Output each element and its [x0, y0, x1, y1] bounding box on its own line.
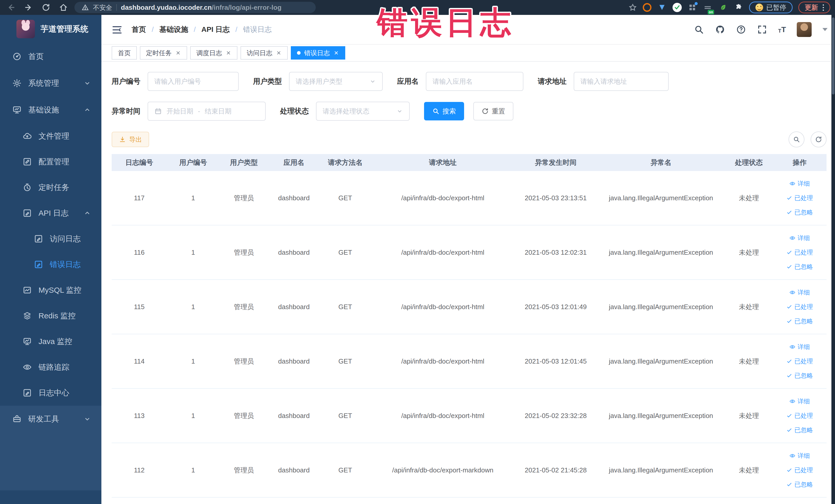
sidebar-item-mysql-monitor[interactable]: MySQL 监控 — [0, 277, 101, 303]
search-icon[interactable] — [694, 24, 704, 35]
user-id-label: 用户编号 — [111, 77, 140, 86]
detail-link[interactable]: 详细 — [789, 451, 810, 460]
detail-link[interactable]: 详细 — [789, 343, 810, 351]
mark-ignored-link[interactable]: 已忽略 — [786, 426, 813, 434]
sidebar-item-cron-jobs[interactable]: 定时任务 — [0, 175, 101, 200]
process-status-select[interactable]: 请选择处理状态 — [316, 102, 410, 121]
detail-link[interactable]: 详细 — [789, 397, 810, 405]
close-icon[interactable] — [333, 50, 339, 56]
help-icon[interactable] — [736, 24, 746, 35]
breadcrumb-api-log[interactable]: API 日志 — [202, 25, 230, 35]
request-url-input[interactable] — [581, 73, 662, 90]
extensions-puzzle-icon[interactable] — [734, 3, 744, 12]
sidebar-item-tracing[interactable]: 链路追踪 — [0, 354, 101, 380]
update-button[interactable]: 更新 — [798, 2, 830, 13]
detail-link[interactable]: 详细 — [789, 234, 810, 242]
sidebar: 芋道管理系统 首页 系统管理 基础设施 文件管理 — [0, 15, 101, 504]
not-secure-label[interactable]: 不安全 — [93, 3, 112, 12]
detail-link[interactable]: 详细 — [789, 180, 810, 188]
avatar-caret-icon[interactable] — [822, 28, 828, 31]
scrollbar-thumb[interactable] — [832, 18, 834, 95]
fullscreen-icon[interactable] — [757, 24, 767, 35]
breadcrumb-home[interactable]: 首页 — [132, 25, 146, 35]
font-size-icon[interactable]: TT — [778, 26, 786, 33]
mark-ignored-link[interactable]: 已忽略 — [786, 371, 813, 380]
browser-menu-icon[interactable] — [823, 4, 824, 11]
bookmark-star-icon[interactable] — [628, 3, 637, 12]
sidebar-item-system[interactable]: 系统管理 — [0, 70, 101, 97]
breadcrumb-current: 错误日志 — [243, 25, 272, 35]
tab-access-log[interactable]: 访问日志 — [241, 46, 288, 60]
browser-forward-icon[interactable] — [24, 3, 33, 12]
browser-home-icon[interactable] — [59, 3, 68, 12]
collapse-menu-icon[interactable] — [111, 25, 122, 34]
close-icon[interactable] — [175, 50, 181, 56]
sidebar-item-error-log[interactable]: 错误日志 — [0, 251, 101, 277]
error-time-range-picker[interactable]: 开始日期 - 结束日期 — [148, 102, 266, 121]
extension-on-badge-icon[interactable]: on — [703, 3, 713, 12]
sidebar-item-java-monitor[interactable]: Java 监控 — [0, 329, 101, 354]
mark-ignored-link[interactable]: 已忽略 — [786, 263, 813, 271]
sidebar-item-file-mgmt[interactable]: 文件管理 — [0, 123, 101, 149]
chart-icon — [23, 285, 32, 295]
mark-processed-link[interactable]: 已处理 — [786, 411, 813, 420]
close-icon[interactable] — [226, 50, 231, 56]
eye-icon — [789, 344, 795, 350]
sidebar-item-dev-tools[interactable]: 研发工具 — [0, 406, 101, 432]
mark-processed-link[interactable]: 已处理 — [786, 466, 813, 474]
app-name-label: 应用名 — [397, 77, 419, 86]
mark-processed-link[interactable]: 已处理 — [786, 303, 813, 311]
profile-paused-pill[interactable]: 已暂停 — [749, 2, 793, 13]
mark-processed-link[interactable]: 已处理 — [786, 248, 813, 257]
extension-grid-icon[interactable] — [687, 3, 697, 12]
sidebar-item-redis-monitor[interactable]: Redis 监控 — [0, 303, 101, 329]
github-icon[interactable] — [715, 24, 725, 35]
extension-orange-icon[interactable] — [643, 3, 651, 12]
extension-leaf-icon[interactable] — [718, 3, 728, 12]
table-row: 113 1 管理员 dashboard GET /api/infra/db-do… — [111, 389, 827, 443]
tab-home[interactable]: 首页 — [111, 46, 137, 60]
sidebar-item-infra[interactable]: 基础设施 — [0, 97, 101, 123]
tab-schedule-log[interactable]: 调度日志 — [190, 46, 238, 60]
extension-green-check-icon[interactable] — [673, 3, 682, 12]
sidebar-item-api-log[interactable]: API 日志 — [0, 200, 101, 226]
avatar[interactable] — [797, 22, 812, 37]
export-button[interactable]: 导出 — [111, 132, 149, 147]
sidebar-item-config-mgmt[interactable]: 配置管理 — [0, 149, 101, 175]
search-button[interactable]: 搜索 — [424, 102, 464, 120]
browser-back-icon[interactable] — [7, 3, 15, 12]
sidebar-item-home[interactable]: 首页 — [0, 43, 101, 70]
date-range-separator: - — [198, 107, 200, 115]
mark-processed-link[interactable]: 已处理 — [786, 194, 813, 202]
mark-ignored-link[interactable]: 已忽略 — [786, 208, 813, 217]
user-type-select[interactable]: 请选择用户类型 — [289, 72, 383, 91]
app-logo-row[interactable]: 芋道管理系统 — [0, 15, 101, 43]
detail-link[interactable]: 详细 — [789, 288, 810, 297]
browser-reload-icon[interactable] — [42, 3, 50, 12]
check-icon — [786, 304, 792, 310]
log-icon — [23, 208, 32, 218]
toggle-search-button[interactable] — [789, 132, 805, 147]
sidebar-item-log-center[interactable]: 日志中心 — [0, 380, 101, 406]
tab-error-log[interactable]: 错误日志 — [291, 46, 345, 60]
close-icon[interactable] — [276, 50, 282, 56]
tab-cron-jobs[interactable]: 定时任务 — [140, 46, 187, 60]
user-id-input[interactable] — [154, 73, 232, 90]
date-start-placeholder: 开始日期 — [167, 107, 193, 116]
breadcrumb: 首页 / 基础设施 / API 日志 / 错误日志 — [132, 25, 272, 35]
log-icon — [34, 234, 43, 243]
page-scrollbar[interactable] — [831, 15, 835, 504]
reset-button[interactable]: 重置 — [473, 102, 513, 120]
refresh-table-button[interactable] — [811, 132, 827, 147]
layers-icon — [23, 311, 32, 320]
log-icon — [23, 388, 32, 398]
app-name-input[interactable] — [432, 73, 517, 90]
breadcrumb-infra[interactable]: 基础设施 — [159, 25, 188, 35]
address-bar[interactable]: 不安全 dashboard.yudao.iocoder.cn/infra/log… — [75, 2, 316, 13]
mark-ignored-link[interactable]: 已忽略 — [786, 317, 813, 325]
sidebar-item-access-log[interactable]: 访问日志 — [0, 226, 101, 251]
mark-processed-link[interactable]: 已处理 — [786, 357, 813, 365]
check-icon — [786, 264, 792, 270]
extension-blue-shield-icon[interactable] — [657, 3, 667, 12]
mark-ignored-link[interactable]: 已忽略 — [786, 480, 813, 489]
